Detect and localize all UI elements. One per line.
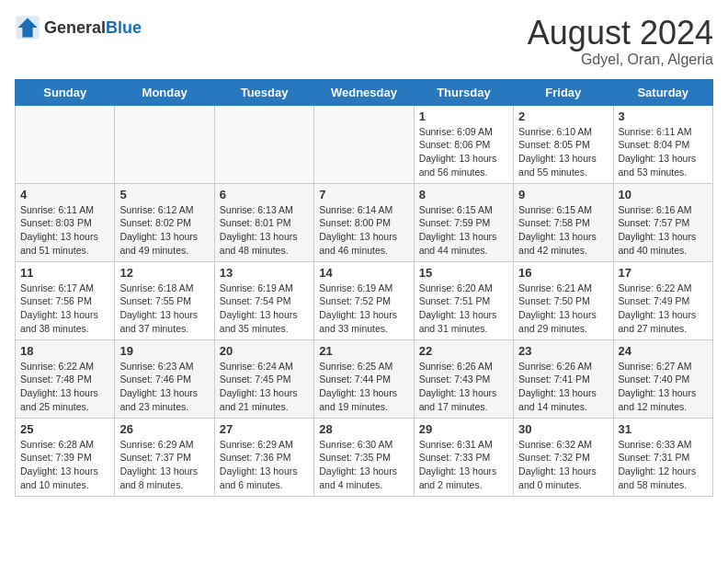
- day-number: 22: [419, 344, 508, 358]
- day-info: Sunrise: 6:31 AMSunset: 7:33 PMDaylight:…: [419, 438, 508, 492]
- calendar-week-3: 11Sunrise: 6:17 AMSunset: 7:56 PMDayligh…: [16, 261, 713, 339]
- calendar-cell: [314, 105, 414, 183]
- weekday-header-monday: Monday: [115, 79, 214, 105]
- calendar-cell: 12Sunrise: 6:18 AMSunset: 7:55 PMDayligh…: [115, 261, 214, 339]
- day-info: Sunrise: 6:26 AMSunset: 7:43 PMDaylight:…: [419, 360, 508, 414]
- day-number: 15: [419, 266, 508, 280]
- calendar-cell: 6Sunrise: 6:13 AMSunset: 8:01 PMDaylight…: [214, 183, 313, 261]
- day-number: 20: [220, 344, 309, 358]
- calendar-cell: 17Sunrise: 6:22 AMSunset: 7:49 PMDayligh…: [613, 261, 712, 339]
- day-info: Sunrise: 6:33 AMSunset: 7:31 PMDaylight:…: [619, 438, 708, 492]
- day-number: 31: [619, 422, 708, 436]
- day-info: Sunrise: 6:23 AMSunset: 7:46 PMDaylight:…: [119, 360, 209, 414]
- calendar-cell: [214, 105, 313, 183]
- day-number: 24: [619, 344, 708, 358]
- calendar-week-5: 25Sunrise: 6:28 AMSunset: 7:39 PMDayligh…: [16, 418, 713, 496]
- day-info: Sunrise: 6:18 AMSunset: 7:55 PMDaylight:…: [119, 282, 209, 336]
- day-number: 16: [518, 266, 608, 280]
- day-number: 1: [419, 109, 508, 123]
- day-info: Sunrise: 6:13 AMSunset: 8:01 PMDaylight:…: [220, 203, 309, 258]
- day-number: 8: [419, 188, 508, 201]
- calendar-cell: 8Sunrise: 6:15 AMSunset: 7:59 PMDaylight…: [414, 183, 513, 261]
- calendar-cell: 5Sunrise: 6:12 AMSunset: 8:02 PMDaylight…: [115, 183, 214, 261]
- day-info: Sunrise: 6:25 AMSunset: 7:44 PMDaylight:…: [319, 360, 408, 414]
- day-number: 11: [20, 266, 109, 280]
- calendar-week-4: 18Sunrise: 6:22 AMSunset: 7:48 PMDayligh…: [16, 339, 713, 418]
- calendar-cell: 22Sunrise: 6:26 AMSunset: 7:43 PMDayligh…: [414, 339, 513, 418]
- calendar-cell: [115, 105, 214, 183]
- day-number: 6: [220, 188, 309, 201]
- day-info: Sunrise: 6:10 AMSunset: 8:05 PMDaylight:…: [518, 125, 608, 179]
- day-number: 23: [518, 344, 608, 358]
- day-info: Sunrise: 6:22 AMSunset: 7:49 PMDaylight:…: [619, 282, 708, 336]
- calendar-cell: 10Sunrise: 6:16 AMSunset: 7:57 PMDayligh…: [613, 183, 712, 261]
- day-info: Sunrise: 6:15 AMSunset: 7:59 PMDaylight:…: [419, 203, 508, 258]
- day-number: 19: [119, 344, 209, 358]
- logo: GeneralBlue: [15, 15, 142, 40]
- calendar-cell: 9Sunrise: 6:15 AMSunset: 7:58 PMDaylight…: [514, 183, 613, 261]
- day-info: Sunrise: 6:09 AMSunset: 8:06 PMDaylight:…: [419, 125, 508, 179]
- calendar-cell: 20Sunrise: 6:24 AMSunset: 7:45 PMDayligh…: [214, 339, 313, 418]
- logo-icon: [15, 15, 40, 40]
- calendar-cell: 11Sunrise: 6:17 AMSunset: 7:56 PMDayligh…: [16, 261, 115, 339]
- day-number: 26: [119, 422, 209, 436]
- day-number: 2: [518, 109, 608, 123]
- weekday-header-sunday: Sunday: [16, 79, 115, 105]
- calendar-table: SundayMondayTuesdayWednesdayThursdayFrid…: [15, 79, 713, 497]
- day-info: Sunrise: 6:12 AMSunset: 8:02 PMDaylight:…: [119, 203, 209, 258]
- weekday-header-row: SundayMondayTuesdayWednesdayThursdayFrid…: [16, 79, 713, 105]
- day-info: Sunrise: 6:19 AMSunset: 7:54 PMDaylight:…: [220, 282, 309, 336]
- day-info: Sunrise: 6:30 AMSunset: 7:35 PMDaylight:…: [319, 438, 408, 492]
- calendar-cell: 15Sunrise: 6:20 AMSunset: 7:51 PMDayligh…: [414, 261, 513, 339]
- calendar-cell: 7Sunrise: 6:14 AMSunset: 8:00 PMDaylight…: [314, 183, 414, 261]
- day-info: Sunrise: 6:24 AMSunset: 7:45 PMDaylight:…: [220, 360, 309, 414]
- day-info: Sunrise: 6:14 AMSunset: 8:00 PMDaylight:…: [319, 203, 408, 258]
- day-number: 25: [20, 422, 109, 436]
- day-info: Sunrise: 6:21 AMSunset: 7:50 PMDaylight:…: [518, 282, 608, 336]
- day-number: 4: [20, 188, 109, 201]
- calendar-cell: 19Sunrise: 6:23 AMSunset: 7:46 PMDayligh…: [115, 339, 214, 418]
- day-number: 13: [220, 266, 309, 280]
- calendar-cell: 18Sunrise: 6:22 AMSunset: 7:48 PMDayligh…: [16, 339, 115, 418]
- calendar-cell: 23Sunrise: 6:26 AMSunset: 7:41 PMDayligh…: [514, 339, 613, 418]
- day-number: 18: [20, 344, 109, 358]
- day-info: Sunrise: 6:17 AMSunset: 7:56 PMDaylight:…: [20, 282, 109, 336]
- calendar-week-2: 4Sunrise: 6:11 AMSunset: 8:03 PMDaylight…: [16, 183, 713, 261]
- calendar-cell: 29Sunrise: 6:31 AMSunset: 7:33 PMDayligh…: [414, 418, 513, 496]
- day-number: 3: [619, 109, 708, 123]
- day-info: Sunrise: 6:29 AMSunset: 7:37 PMDaylight:…: [119, 438, 209, 492]
- title-block: August 2024 Gdyel, Oran, Algeria: [528, 15, 713, 68]
- calendar-cell: 1Sunrise: 6:09 AMSunset: 8:06 PMDaylight…: [414, 105, 513, 183]
- day-info: Sunrise: 6:11 AMSunset: 8:03 PMDaylight:…: [20, 203, 109, 258]
- day-info: Sunrise: 6:11 AMSunset: 8:04 PMDaylight:…: [619, 125, 708, 179]
- day-number: 5: [119, 188, 209, 201]
- month-year-title: August 2024: [528, 15, 713, 52]
- calendar-cell: 27Sunrise: 6:29 AMSunset: 7:36 PMDayligh…: [214, 418, 313, 496]
- day-info: Sunrise: 6:28 AMSunset: 7:39 PMDaylight:…: [20, 438, 109, 492]
- day-number: 29: [419, 422, 508, 436]
- location-subtitle: Gdyel, Oran, Algeria: [528, 52, 713, 68]
- calendar-cell: 31Sunrise: 6:33 AMSunset: 7:31 PMDayligh…: [613, 418, 712, 496]
- day-number: 27: [220, 422, 309, 436]
- weekday-header-tuesday: Tuesday: [214, 79, 313, 105]
- day-info: Sunrise: 6:15 AMSunset: 7:58 PMDaylight:…: [518, 203, 608, 258]
- logo-blue: Blue: [106, 18, 142, 37]
- calendar-cell: 24Sunrise: 6:27 AMSunset: 7:40 PMDayligh…: [613, 339, 712, 418]
- calendar-cell: 16Sunrise: 6:21 AMSunset: 7:50 PMDayligh…: [514, 261, 613, 339]
- day-info: Sunrise: 6:22 AMSunset: 7:48 PMDaylight:…: [20, 360, 109, 414]
- calendar-cell: 3Sunrise: 6:11 AMSunset: 8:04 PMDaylight…: [613, 105, 712, 183]
- day-number: 21: [319, 344, 408, 358]
- calendar-cell: 21Sunrise: 6:25 AMSunset: 7:44 PMDayligh…: [314, 339, 414, 418]
- calendar-cell: 14Sunrise: 6:19 AMSunset: 7:52 PMDayligh…: [314, 261, 414, 339]
- weekday-header-thursday: Thursday: [414, 79, 513, 105]
- logo-text: GeneralBlue: [44, 18, 142, 38]
- day-info: Sunrise: 6:29 AMSunset: 7:36 PMDaylight:…: [220, 438, 309, 492]
- calendar-cell: 26Sunrise: 6:29 AMSunset: 7:37 PMDayligh…: [115, 418, 214, 496]
- day-info: Sunrise: 6:27 AMSunset: 7:40 PMDaylight:…: [619, 360, 708, 414]
- calendar-cell: 28Sunrise: 6:30 AMSunset: 7:35 PMDayligh…: [314, 418, 414, 496]
- day-info: Sunrise: 6:20 AMSunset: 7:51 PMDaylight:…: [419, 282, 508, 336]
- day-number: 30: [518, 422, 608, 436]
- weekday-header-wednesday: Wednesday: [314, 79, 414, 105]
- calendar-cell: 25Sunrise: 6:28 AMSunset: 7:39 PMDayligh…: [16, 418, 115, 496]
- day-number: 9: [518, 188, 608, 201]
